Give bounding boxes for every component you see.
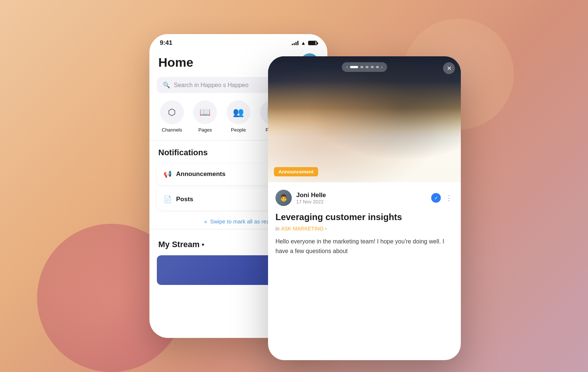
status-time: 9:41 xyxy=(160,39,172,47)
mark-read-button[interactable]: ✓ xyxy=(431,193,441,203)
post-content: 👨 Joni Helle 17 Nov 2022 ✓ ⋮ Leveraging … xyxy=(268,182,461,263)
slide-next-icon[interactable]: › xyxy=(381,64,383,70)
post-date: 17 Nov 2022 xyxy=(296,199,427,205)
slide-dot-5[interactable] xyxy=(376,66,379,68)
post-title: Leveraging customer insights xyxy=(275,211,453,223)
author-name: Joni Helle xyxy=(296,192,427,199)
slide-dot-2[interactable] xyxy=(360,66,363,68)
author-info: Joni Helle 17 Nov 2022 xyxy=(296,192,427,205)
channel-prefix: in xyxy=(275,226,280,232)
quick-action-people[interactable]: 👥 People xyxy=(225,100,251,133)
pages-icon: 📖 xyxy=(193,100,217,124)
slide-dot-1[interactable] xyxy=(350,66,358,68)
slide-dot-3[interactable] xyxy=(366,66,369,68)
channels-icon: ⬡ xyxy=(160,100,184,124)
swipe-hint-text: Swipe to mark all as read xyxy=(210,218,272,225)
phone-post-detail: ‹ › ✕ Announcement 👨 Joni Helle xyxy=(268,56,461,360)
quick-action-pages[interactable]: 📖 Pages xyxy=(192,100,218,133)
posts-notif-icon: 📄 xyxy=(163,195,172,203)
my-stream-title: My Stream xyxy=(158,240,199,249)
announcements-label: Announcements xyxy=(176,170,225,178)
status-icons: ▲ xyxy=(292,40,317,46)
announcements-icon: 📢 xyxy=(163,170,172,178)
slide-dot-4[interactable] xyxy=(371,66,374,68)
author-avatar: 👨 xyxy=(275,190,292,206)
announcements-notif-left: 📢 Announcements xyxy=(163,170,225,178)
people-label: People xyxy=(231,127,246,133)
swipe-arrows-icon: « xyxy=(204,218,207,225)
hands-overlay xyxy=(268,56,461,182)
search-input[interactable]: Search in Happeo s Happeo xyxy=(174,82,248,89)
channel-arrow-icon: › xyxy=(325,226,327,231)
wifi-icon: ▲ xyxy=(301,40,306,46)
posts-notif-left: 📄 Posts xyxy=(163,195,193,203)
my-stream-chevron-icon: ▾ xyxy=(202,242,204,248)
people-icon: 👥 xyxy=(227,100,250,124)
post-author-row: 👨 Joni Helle 17 Nov 2022 ✓ ⋮ xyxy=(275,190,453,206)
slide-indicators: ‹ › xyxy=(342,62,387,72)
post-channel: in ASK MARKETING › xyxy=(275,226,453,232)
post-actions: ✓ ⋮ xyxy=(431,193,453,203)
pages-label: Pages xyxy=(198,127,212,133)
posts-notif-label: Posts xyxy=(176,196,193,203)
channels-label: Channels xyxy=(162,127,182,133)
search-icon: 🔍 xyxy=(163,82,170,89)
status-bar: 9:41 ▲ xyxy=(149,34,327,50)
signal-icon xyxy=(292,41,298,45)
channel-link[interactable]: ASK MARKETING xyxy=(281,226,324,232)
home-title: Home xyxy=(158,55,193,70)
phones-container: 9:41 ▲ Home 👩 xyxy=(127,27,461,345)
quick-action-channels[interactable]: ⬡ Channels xyxy=(159,100,185,133)
close-button[interactable]: ✕ xyxy=(443,62,455,74)
post-body: Hello everyone in the marketing team! I … xyxy=(275,237,453,256)
more-options-button[interactable]: ⋮ xyxy=(445,193,453,202)
announcement-tag: Announcement xyxy=(274,167,318,176)
slide-prev-icon[interactable]: ‹ xyxy=(346,64,348,70)
post-hero-image: ‹ › ✕ Announcement xyxy=(268,56,461,182)
battery-icon xyxy=(308,41,317,45)
